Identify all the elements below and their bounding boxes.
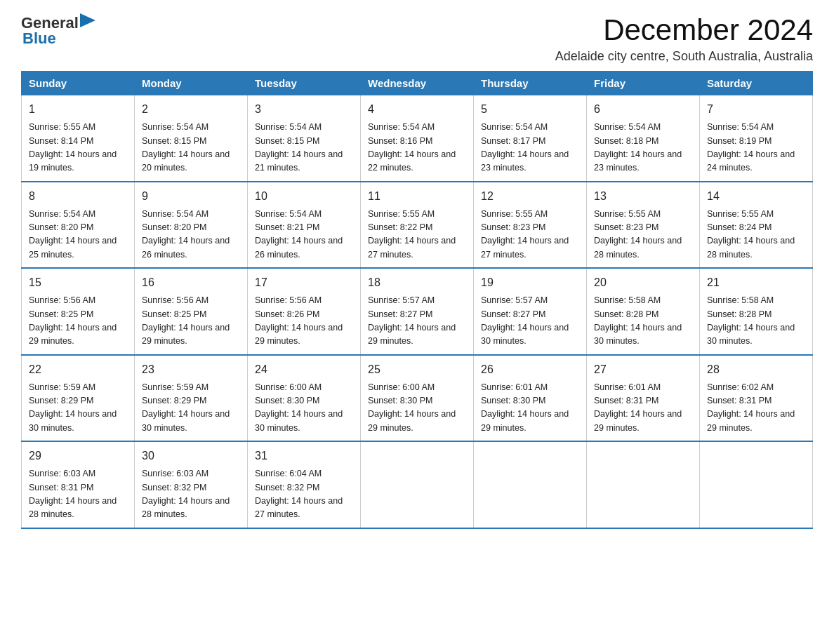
day-of-week-header: Monday bbox=[135, 72, 248, 95]
calendar-day-cell: 4Sunrise: 5:54 AMSunset: 8:16 PMDaylight… bbox=[361, 95, 474, 182]
day-info: Sunrise: 5:56 AMSunset: 8:25 PMDaylight:… bbox=[29, 294, 127, 349]
day-of-week-header: Wednesday bbox=[361, 72, 474, 95]
calendar-day-cell bbox=[700, 441, 813, 528]
day-number: 4 bbox=[368, 101, 466, 118]
calendar-week-row: 8Sunrise: 5:54 AMSunset: 8:20 PMDaylight… bbox=[22, 182, 813, 269]
calendar-table: SundayMondayTuesdayWednesdayThursdayFrid… bbox=[21, 71, 813, 529]
day-number: 26 bbox=[481, 361, 579, 378]
calendar-day-cell: 1Sunrise: 5:55 AMSunset: 8:14 PMDaylight… bbox=[22, 95, 135, 182]
day-number: 11 bbox=[368, 188, 466, 205]
day-number: 3 bbox=[255, 101, 353, 118]
calendar-day-cell: 2Sunrise: 5:54 AMSunset: 8:15 PMDaylight… bbox=[135, 95, 248, 182]
day-number: 16 bbox=[142, 274, 240, 291]
month-year-title: December 2024 bbox=[555, 14, 813, 46]
day-number: 1 bbox=[29, 101, 127, 118]
day-number: 10 bbox=[255, 188, 353, 205]
logo-arrow-icon bbox=[80, 13, 95, 27]
calendar-day-cell: 27Sunrise: 6:01 AMSunset: 8:31 PMDayligh… bbox=[587, 355, 700, 442]
day-info: Sunrise: 5:54 AMSunset: 8:20 PMDaylight:… bbox=[142, 208, 240, 262]
calendar-week-row: 22Sunrise: 5:59 AMSunset: 8:29 PMDayligh… bbox=[22, 355, 813, 442]
day-number: 18 bbox=[368, 274, 466, 291]
day-of-week-header: Friday bbox=[587, 72, 700, 95]
calendar-day-cell bbox=[587, 441, 700, 528]
day-info: Sunrise: 5:56 AMSunset: 8:26 PMDaylight:… bbox=[255, 294, 353, 349]
calendar-day-cell: 5Sunrise: 5:54 AMSunset: 8:17 PMDaylight… bbox=[474, 95, 587, 182]
calendar-week-row: 29Sunrise: 6:03 AMSunset: 8:31 PMDayligh… bbox=[22, 441, 813, 528]
day-number: 25 bbox=[368, 361, 466, 378]
day-number: 27 bbox=[594, 361, 692, 378]
calendar-day-cell: 23Sunrise: 5:59 AMSunset: 8:29 PMDayligh… bbox=[135, 355, 248, 442]
day-number: 17 bbox=[255, 274, 353, 291]
logo: General Blue bbox=[21, 14, 95, 48]
day-number: 21 bbox=[707, 274, 805, 291]
day-info: Sunrise: 6:00 AMSunset: 8:30 PMDaylight:… bbox=[368, 381, 466, 436]
day-info: Sunrise: 5:54 AMSunset: 8:20 PMDaylight:… bbox=[29, 208, 127, 262]
day-number: 2 bbox=[142, 101, 240, 118]
day-number: 31 bbox=[255, 448, 353, 464]
day-info: Sunrise: 5:54 AMSunset: 8:15 PMDaylight:… bbox=[142, 121, 240, 175]
day-number: 24 bbox=[255, 361, 353, 378]
day-info: Sunrise: 5:58 AMSunset: 8:28 PMDaylight:… bbox=[707, 294, 805, 349]
day-number: 9 bbox=[142, 188, 240, 205]
calendar-day-cell: 15Sunrise: 5:56 AMSunset: 8:25 PMDayligh… bbox=[22, 268, 135, 355]
day-number: 7 bbox=[707, 101, 805, 118]
day-info: Sunrise: 5:55 AMSunset: 8:24 PMDaylight:… bbox=[707, 208, 805, 262]
page-header: General Blue December 2024 Adelaide city… bbox=[21, 14, 813, 64]
day-number: 29 bbox=[29, 448, 127, 464]
calendar-day-cell: 18Sunrise: 5:57 AMSunset: 8:27 PMDayligh… bbox=[361, 268, 474, 355]
calendar-day-cell bbox=[361, 441, 474, 528]
day-number: 14 bbox=[707, 188, 805, 205]
calendar-day-cell: 6Sunrise: 5:54 AMSunset: 8:18 PMDaylight… bbox=[587, 95, 700, 182]
day-info: Sunrise: 5:55 AMSunset: 8:23 PMDaylight:… bbox=[481, 208, 579, 262]
day-info: Sunrise: 6:04 AMSunset: 8:32 PMDaylight:… bbox=[255, 467, 353, 522]
title-area: December 2024 Adelaide city centre, Sout… bbox=[555, 14, 813, 64]
day-of-week-header: Tuesday bbox=[248, 72, 361, 95]
calendar-day-cell: 21Sunrise: 5:58 AMSunset: 8:28 PMDayligh… bbox=[700, 268, 813, 355]
calendar-week-row: 15Sunrise: 5:56 AMSunset: 8:25 PMDayligh… bbox=[22, 268, 813, 355]
day-info: Sunrise: 6:01 AMSunset: 8:30 PMDaylight:… bbox=[481, 381, 579, 436]
calendar-day-cell: 22Sunrise: 5:59 AMSunset: 8:29 PMDayligh… bbox=[22, 355, 135, 442]
day-info: Sunrise: 5:58 AMSunset: 8:28 PMDaylight:… bbox=[594, 294, 692, 349]
day-of-week-header: Thursday bbox=[474, 72, 587, 95]
day-of-week-header: Sunday bbox=[22, 72, 135, 95]
calendar-day-cell: 24Sunrise: 6:00 AMSunset: 8:30 PMDayligh… bbox=[248, 355, 361, 442]
day-of-week-header: Saturday bbox=[700, 72, 813, 95]
calendar-day-cell: 31Sunrise: 6:04 AMSunset: 8:32 PMDayligh… bbox=[248, 441, 361, 528]
day-info: Sunrise: 5:59 AMSunset: 8:29 PMDaylight:… bbox=[142, 381, 240, 436]
day-info: Sunrise: 6:03 AMSunset: 8:32 PMDaylight:… bbox=[142, 467, 240, 522]
day-info: Sunrise: 5:54 AMSunset: 8:16 PMDaylight:… bbox=[368, 121, 466, 175]
day-info: Sunrise: 5:55 AMSunset: 8:23 PMDaylight:… bbox=[594, 208, 692, 262]
calendar-day-cell: 29Sunrise: 6:03 AMSunset: 8:31 PMDayligh… bbox=[22, 441, 135, 528]
day-number: 13 bbox=[594, 188, 692, 205]
calendar-week-row: 1Sunrise: 5:55 AMSunset: 8:14 PMDaylight… bbox=[22, 95, 813, 182]
day-number: 23 bbox=[142, 361, 240, 378]
day-info: Sunrise: 6:00 AMSunset: 8:30 PMDaylight:… bbox=[255, 381, 353, 436]
calendar-day-cell: 26Sunrise: 6:01 AMSunset: 8:30 PMDayligh… bbox=[474, 355, 587, 442]
day-info: Sunrise: 5:55 AMSunset: 8:14 PMDaylight:… bbox=[29, 121, 127, 175]
calendar-day-cell: 30Sunrise: 6:03 AMSunset: 8:32 PMDayligh… bbox=[135, 441, 248, 528]
day-number: 15 bbox=[29, 274, 127, 291]
svg-marker-0 bbox=[80, 13, 95, 27]
day-number: 28 bbox=[707, 361, 805, 378]
day-info: Sunrise: 5:56 AMSunset: 8:25 PMDaylight:… bbox=[142, 294, 240, 349]
calendar-header-row: SundayMondayTuesdayWednesdayThursdayFrid… bbox=[22, 72, 813, 95]
day-info: Sunrise: 5:54 AMSunset: 8:15 PMDaylight:… bbox=[255, 121, 353, 175]
day-info: Sunrise: 5:54 AMSunset: 8:19 PMDaylight:… bbox=[707, 121, 805, 175]
day-info: Sunrise: 6:01 AMSunset: 8:31 PMDaylight:… bbox=[594, 381, 692, 436]
location-subtitle: Adelaide city centre, South Australia, A… bbox=[555, 49, 813, 64]
day-number: 30 bbox=[142, 448, 240, 464]
day-info: Sunrise: 5:54 AMSunset: 8:18 PMDaylight:… bbox=[594, 121, 692, 175]
day-number: 6 bbox=[594, 101, 692, 118]
calendar-day-cell: 13Sunrise: 5:55 AMSunset: 8:23 PMDayligh… bbox=[587, 182, 700, 269]
calendar-day-cell: 25Sunrise: 6:00 AMSunset: 8:30 PMDayligh… bbox=[361, 355, 474, 442]
day-number: 19 bbox=[481, 274, 579, 291]
calendar-day-cell: 14Sunrise: 5:55 AMSunset: 8:24 PMDayligh… bbox=[700, 182, 813, 269]
day-info: Sunrise: 5:55 AMSunset: 8:22 PMDaylight:… bbox=[368, 208, 466, 262]
day-info: Sunrise: 6:02 AMSunset: 8:31 PMDaylight:… bbox=[707, 381, 805, 436]
calendar-day-cell: 10Sunrise: 5:54 AMSunset: 8:21 PMDayligh… bbox=[248, 182, 361, 269]
calendar-day-cell: 8Sunrise: 5:54 AMSunset: 8:20 PMDaylight… bbox=[22, 182, 135, 269]
calendar-day-cell: 11Sunrise: 5:55 AMSunset: 8:22 PMDayligh… bbox=[361, 182, 474, 269]
calendar-day-cell: 9Sunrise: 5:54 AMSunset: 8:20 PMDaylight… bbox=[135, 182, 248, 269]
day-number: 8 bbox=[29, 188, 127, 205]
calendar-day-cell: 20Sunrise: 5:58 AMSunset: 8:28 PMDayligh… bbox=[587, 268, 700, 355]
